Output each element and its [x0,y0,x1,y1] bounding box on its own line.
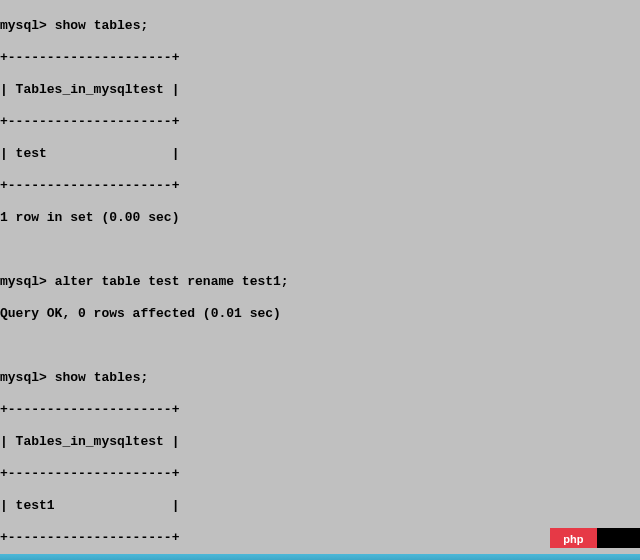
watermark-black-box [597,528,640,548]
terminal-output: mysql> show tables; +-------------------… [0,0,640,560]
table-border: +---------------------+ [0,530,640,546]
watermark-badge: php [550,528,640,548]
result-line: Query OK, 0 rows affected (0.01 sec) [0,306,640,322]
blank-line [0,338,640,354]
table-border: +---------------------+ [0,402,640,418]
prompt-line: mysql> show tables; [0,370,640,386]
prompt-line: mysql> alter table test rename test1; [0,274,640,290]
table-row: | test | [0,146,640,162]
table-border: +---------------------+ [0,50,640,66]
table-header: | Tables_in_mysqltest | [0,434,640,450]
table-header: | Tables_in_mysqltest | [0,82,640,98]
result-line: 1 row in set (0.00 sec) [0,210,640,226]
table-row: | test1 | [0,498,640,514]
table-border: +---------------------+ [0,466,640,482]
watermark-text: php [550,528,597,548]
table-border: +---------------------+ [0,178,640,194]
blank-line [0,242,640,258]
table-border: +---------------------+ [0,114,640,130]
prompt-line: mysql> show tables; [0,18,640,34]
taskbar-strip [0,554,640,560]
